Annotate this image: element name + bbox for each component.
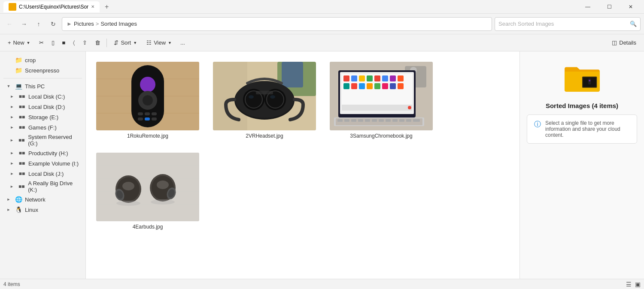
svg-rect-59: [351, 119, 356, 122]
expand-chevron: ►: [9, 115, 15, 119]
sidebar-item-linux[interactable]: ► 🐧 Linux: [2, 205, 84, 215]
svg-rect-37: [343, 75, 349, 81]
back-button[interactable]: ←: [3, 18, 15, 30]
copy-button[interactable]: ▯: [48, 36, 58, 49]
refresh-button[interactable]: ↻: [47, 18, 59, 30]
sidebar-item-label: Games (F:): [28, 124, 57, 131]
svg-rect-58: [344, 119, 349, 122]
svg-rect-53: [342, 105, 412, 111]
earbuds-thumbnail-svg: [96, 153, 199, 221]
sidebar-item-screenpresso[interactable]: 📁 Screenpresso: [2, 65, 84, 75]
sidebar-item-f[interactable]: ► ■■ Games (F:): [2, 122, 84, 132]
sidebar-divider: [3, 78, 82, 78]
folder-icon: 📁: [15, 66, 22, 74]
active-tab[interactable]: C:\Users\Equinox\Pictures\Sor ✕: [3, 1, 100, 12]
sidebar-item-i[interactable]: ► ■■ Example Volume (I:): [2, 158, 84, 169]
breadcrumb[interactable]: ► Pictures > Sorted Images: [62, 17, 492, 31]
svg-rect-13: [138, 117, 143, 120]
sidebar-item-d[interactable]: ► ■■ Local Disk (D:): [2, 102, 84, 112]
svg-rect-7: [140, 77, 155, 92]
file-item-roku[interactable]: 1RokuRemote.jpg: [93, 58, 203, 142]
grid-view-button[interactable]: ▣: [635, 281, 641, 288]
sidebar-item-label: Local Disk (J:): [28, 171, 64, 177]
svg-rect-49: [374, 83, 380, 89]
info-icon: ⓘ: [534, 120, 541, 129]
sidebar-item-network[interactable]: ► 🌐 Network: [2, 194, 84, 205]
expand-chevron: ►: [5, 208, 12, 212]
share-button[interactable]: ⇧: [79, 36, 91, 49]
sidebar-item-j[interactable]: ► ■■ Local Disk (J:): [2, 169, 84, 179]
file-thumbnail-earbuds: [96, 153, 199, 221]
tab-close-button[interactable]: ✕: [91, 4, 94, 9]
details-icon: ◫: [612, 39, 617, 46]
maximize-button[interactable]: ☐: [599, 0, 619, 14]
details-info-text: Select a single file to get more informa…: [545, 120, 630, 138]
new-label: New: [13, 39, 24, 46]
details-button[interactable]: ◫ Details: [608, 36, 641, 49]
details-info-box: ⓘ Select a single file to get more infor…: [527, 114, 637, 144]
svg-rect-65: [392, 119, 398, 122]
svg-rect-51: [390, 83, 396, 89]
sidebar-item-e[interactable]: ► ■■ Storage (E:): [2, 112, 84, 122]
up-button[interactable]: ↑: [33, 18, 45, 30]
sidebar-item-h[interactable]: ► ■■ Productivity (H:): [2, 148, 84, 158]
delete-button[interactable]: 🗑: [91, 36, 104, 49]
roku-thumbnail-svg: [96, 62, 199, 130]
svg-rect-42: [382, 75, 388, 81]
sidebar-item-this-pc[interactable]: ▼ 💻 This PC: [2, 81, 84, 91]
minimize-button[interactable]: —: [578, 0, 598, 14]
svg-rect-64: [386, 119, 391, 122]
sidebar-item-label: Storage (E:): [28, 114, 58, 120]
sidebar-item-c[interactable]: ► ■■ Local Disk (C:): [2, 91, 84, 102]
file-item-chromebook[interactable]: 3SamsungChromebook.jpg: [326, 58, 436, 142]
view-button[interactable]: ☷ View ▼: [142, 36, 176, 49]
rename-button[interactable]: 〈: [70, 36, 78, 49]
drive-icon: ■■: [18, 113, 26, 121]
expand-chevron: ►: [5, 197, 12, 202]
new-tab-button[interactable]: +: [105, 3, 109, 11]
sidebar-item-crop[interactable]: 📁 crop: [2, 55, 84, 65]
computer-icon: 💻: [15, 82, 22, 90]
chromebook-thumbnail-svg: [330, 62, 433, 130]
list-view-button[interactable]: ☰: [626, 281, 632, 288]
search-box[interactable]: Search Sorted Images 🔍: [495, 17, 641, 31]
sidebar-item-label: Linux: [25, 207, 38, 213]
toolbar-divider: [106, 39, 107, 47]
new-button[interactable]: + New ▼: [3, 36, 35, 49]
sidebar-item-label: This PC: [25, 83, 45, 90]
paste-button[interactable]: ■: [59, 36, 69, 49]
more-button[interactable]: ...: [177, 36, 188, 49]
svg-rect-62: [372, 119, 377, 122]
sidebar-item-g[interactable]: ► ■■ System Reserved (G:): [2, 132, 84, 148]
expand-chevron: ►: [9, 125, 15, 129]
svg-rect-68: [413, 119, 420, 122]
svg-rect-90: [589, 80, 590, 81]
expand-chevron: ►: [9, 94, 15, 99]
close-button[interactable]: ✕: [621, 0, 641, 14]
expand-chevron: ►: [9, 105, 15, 109]
cut-button[interactable]: ✂: [36, 36, 47, 49]
drive-icon: ■■: [18, 103, 26, 111]
sidebar-item-label: Productivity (H:): [28, 150, 68, 157]
expand-chevron: ►: [9, 172, 15, 176]
sort-button[interactable]: ⇵ Sort ▼: [109, 36, 141, 49]
file-item-vr[interactable]: 2VRHeadset.jpg: [210, 58, 319, 142]
file-thumbnail-chromebook: [330, 62, 433, 130]
content-area: 1RokuRemote.jpg: [86, 51, 519, 279]
svg-rect-70: [96, 153, 199, 221]
details-folder-svg: [563, 58, 601, 97]
file-item-earbuds[interactable]: 4Earbuds.jpg: [93, 149, 203, 233]
new-icon: +: [8, 39, 11, 46]
breadcrumb-pictures[interactable]: Pictures: [74, 21, 94, 27]
file-name-earbuds: 4Earbuds.jpg: [133, 224, 163, 230]
items-count: 4 items: [3, 281, 20, 287]
tab-title: C:\Users\Equinox\Pictures\Sor: [19, 4, 88, 10]
svg-rect-14: [145, 117, 150, 120]
forward-button[interactable]: →: [18, 18, 30, 30]
svg-point-82: [157, 181, 169, 189]
breadcrumb-sorted[interactable]: Sorted Images: [100, 21, 137, 27]
expand-chevron: ►: [9, 184, 15, 189]
vr-thumbnail-svg: [213, 62, 316, 130]
sidebar-item-k[interactable]: ► ■■ A Really Big Drive (K:): [2, 179, 84, 194]
sort-label: Sort: [121, 39, 131, 46]
